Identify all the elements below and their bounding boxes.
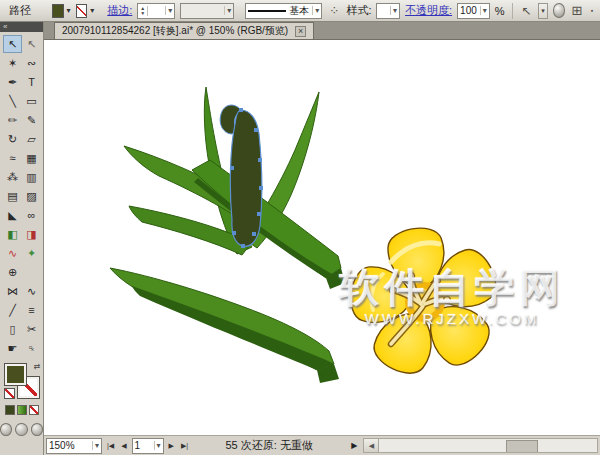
select-similar-dropdown-icon[interactable] <box>538 3 547 19</box>
stamen-tip <box>434 277 441 284</box>
none-button[interactable] <box>29 405 39 415</box>
fill-indicator-swatch[interactable] <box>5 364 26 385</box>
mesh-tool[interactable]: ▤ <box>3 187 22 205</box>
scale-tool[interactable]: ▱ <box>22 130 41 148</box>
scrollbar-thumb[interactable] <box>506 440 538 453</box>
direct-selection-tool[interactable]: ↖ <box>22 35 41 53</box>
divider <box>512 3 513 19</box>
type-tool[interactable]: T <box>22 73 41 91</box>
warp-tool[interactable]: ≈ <box>3 149 22 167</box>
align-grid-icon[interactable]: ⊞ <box>570 5 584 17</box>
slice-tool[interactable]: ▯ <box>3 320 22 338</box>
stroke-weight-spinner-icon[interactable]: ▲▼ <box>140 6 148 16</box>
scroll-left-icon[interactable]: ◀ <box>364 439 379 452</box>
last-page-icon[interactable]: ▶| <box>179 442 190 450</box>
align-options-icon[interactable]: ▪ <box>589 5 595 17</box>
tools-panel: « ↖↖✶∾✒T╲▭✏✎↻▱≈▦⁂▥▤▨◣∞◧◨∿✦⊕⋈∿╱≡▯✂☛♀ ⇄ <box>0 22 44 455</box>
graph-tool[interactable]: ▥ <box>22 168 41 186</box>
pencil-tool[interactable]: ✎ <box>22 111 41 129</box>
opacity-value: 100 <box>460 5 477 16</box>
tools-panel-collapse[interactable]: « <box>0 22 43 32</box>
zoom-dropdown-icon[interactable] <box>92 441 99 450</box>
paintbrush-tool[interactable]: ✏ <box>3 111 22 129</box>
fill-color-dropdown-icon[interactable] <box>67 6 71 15</box>
gradient-button[interactable] <box>17 405 27 415</box>
rotate-tool[interactable]: ↻ <box>3 130 22 148</box>
stroke-color-dropdown-icon[interactable] <box>90 6 94 15</box>
crop-area-tool[interactable]: ⊕ <box>3 263 22 281</box>
artwork-svg <box>44 40 600 435</box>
variable-width-dropdown-icon[interactable] <box>224 6 231 15</box>
hand-tool[interactable]: ☛ <box>3 339 22 357</box>
opacity-combo[interactable]: 100 <box>457 3 490 19</box>
fill-color-swatch[interactable] <box>52 4 64 18</box>
anchor-point <box>232 231 236 235</box>
empty <box>22 263 41 281</box>
page-number-combo[interactable]: 1 <box>132 438 164 454</box>
style-combo[interactable] <box>376 3 400 19</box>
zoom-tool[interactable]: ♀ <box>22 339 41 357</box>
default-fill-stroke-icon[interactable] <box>4 388 15 399</box>
measure-tool[interactable]: ≡ <box>22 301 41 319</box>
knife-tool[interactable]: ╱ <box>3 301 22 319</box>
stroke-link[interactable]: 描边: <box>107 3 132 18</box>
variable-width-combo[interactable] <box>180 3 234 19</box>
envelope-tool[interactable]: ⋈ <box>3 282 22 300</box>
blend-tool[interactable]: ∞ <box>22 206 41 224</box>
tab-close-icon[interactable]: × <box>295 26 306 37</box>
next-page-icon[interactable]: ▶ <box>167 442 176 450</box>
live-paint-bucket-tool[interactable]: ◧ <box>3 225 22 243</box>
selection-tool[interactable]: ↖ <box>3 35 22 53</box>
screen-mode-menu-icon[interactable] <box>15 423 27 436</box>
brush-definition-combo[interactable]: 基本 <box>245 3 322 19</box>
anchor-point <box>241 244 245 248</box>
lower-leaf[interactable] <box>110 268 339 383</box>
zoom-level-combo[interactable]: 150% <box>46 438 102 454</box>
control-bar: 路径 描边: ▲▼ 基本 ⁘ 样式: 不透明度: 100 % ↖ ⊞ ▪ <box>0 0 600 22</box>
swap-fill-stroke-icon[interactable]: ⇄ <box>34 362 41 371</box>
stroke-weight-combo[interactable]: ▲▼ <box>137 3 175 19</box>
line-segment-tool[interactable]: ╲ <box>3 92 22 110</box>
live-trace-tool[interactable]: ∿ <box>3 244 22 262</box>
screen-mode-full-icon[interactable] <box>31 423 43 436</box>
page-dropdown-icon[interactable] <box>154 441 161 450</box>
brush-options-icon[interactable]: ⁘ <box>327 5 341 17</box>
width-tool[interactable]: ∿ <box>22 282 41 300</box>
flare-tool[interactable]: ✦ <box>22 244 41 262</box>
style-label: 样式: <box>346 3 371 18</box>
style-dropdown-icon[interactable] <box>390 6 397 15</box>
select-similar-icon[interactable]: ↖ <box>519 5 533 17</box>
gradient-tool[interactable]: ▨ <box>22 187 41 205</box>
stroke-weight-dropdown-icon[interactable] <box>165 6 172 15</box>
pen-tool[interactable]: ✒ <box>3 73 22 91</box>
screen-mode-normal-icon[interactable] <box>0 423 12 436</box>
eyedropper-tool[interactable]: ◣ <box>3 206 22 224</box>
recolor-artwork-icon[interactable] <box>553 3 565 18</box>
percent-label: % <box>495 5 505 17</box>
opacity-link[interactable]: 不透明度: <box>405 3 452 18</box>
main-area: « ↖↖✶∾✒T╲▭✏✎↻▱≈▦⁂▥▤▨◣∞◧◨∿✦⊕⋈∿╱≡▯✂☛♀ ⇄ 20… <box>0 22 600 455</box>
color-button[interactable] <box>5 405 15 415</box>
status-flyout-icon[interactable]: ▶ <box>348 441 360 450</box>
magic-wand-tool[interactable]: ✶ <box>3 54 22 72</box>
live-paint-selection-tool[interactable]: ◨ <box>22 225 41 243</box>
free-transform-tool[interactable]: ▦ <box>22 149 41 167</box>
stroke-color-swatch[interactable] <box>76 4 88 18</box>
canvas[interactable]: 软件自学网 WWW.RJZXW.COM <box>44 40 600 435</box>
opacity-dropdown-icon[interactable] <box>480 6 487 15</box>
first-page-icon[interactable]: |◀ <box>105 442 116 450</box>
horizontal-scrollbar[interactable]: ◀ <box>363 438 598 453</box>
anchor-point <box>230 166 234 170</box>
page-number-value: 1 <box>135 440 141 451</box>
rectangle-tool[interactable]: ▭ <box>22 92 41 110</box>
brush-dropdown-icon[interactable] <box>312 6 319 15</box>
paint-buttons <box>0 405 43 415</box>
flower[interactable] <box>348 224 504 381</box>
lasso-tool[interactable]: ∾ <box>22 54 41 72</box>
fill-stroke-indicator: ⇄ <box>5 364 39 398</box>
prev-page-icon[interactable]: ◀ <box>119 442 128 450</box>
scissors-tool[interactable]: ✂ <box>22 320 41 338</box>
stamen-tip <box>390 287 397 294</box>
document-tab[interactable]: 2007910112854262 [转换].ai* @ 150% (RGB/预览… <box>54 22 314 39</box>
symbol-sprayer-tool[interactable]: ⁂ <box>3 168 22 186</box>
